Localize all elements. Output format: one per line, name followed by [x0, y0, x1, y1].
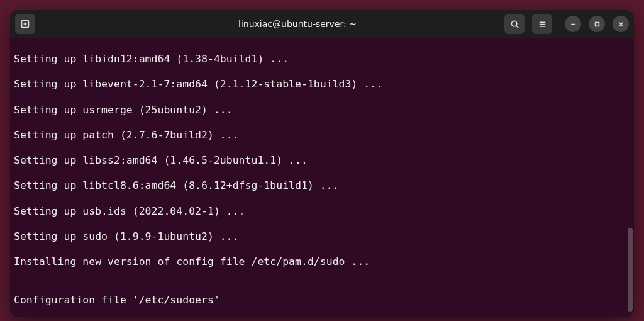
svg-line-4	[516, 25, 518, 27]
window-title: linuxiac@ubuntu-server: ~	[91, 19, 504, 29]
minimize-button[interactable]	[565, 16, 581, 32]
titlebar-left	[15, 14, 91, 34]
scrollbar[interactable]	[627, 38, 633, 317]
new-tab-button[interactable]	[15, 14, 35, 34]
window-controls	[565, 16, 629, 32]
hamburger-icon	[538, 20, 547, 29]
terminal-line: Setting up usrmerge (25ubuntu2) ...	[14, 104, 630, 116]
new-tab-icon	[20, 19, 30, 29]
terminal-line: Setting up sudo (1.9.9-1ubuntu2) ...	[14, 230, 630, 243]
close-button[interactable]	[613, 16, 629, 32]
titlebar: linuxiac@ubuntu-server: ~	[10, 10, 634, 38]
titlebar-right	[504, 14, 629, 34]
search-button[interactable]	[504, 14, 525, 34]
search-icon	[510, 20, 519, 29]
minimize-icon	[570, 21, 577, 28]
close-icon	[618, 21, 625, 28]
terminal-line: Installing new version of config file /e…	[14, 256, 630, 268]
svg-point-3	[511, 21, 516, 26]
maximize-button[interactable]	[589, 16, 605, 32]
terminal-line: Setting up libss2:amd64 (1.46.5-2ubuntu1…	[14, 154, 630, 167]
menu-button[interactable]	[532, 14, 552, 34]
terminal-line: Setting up patch (2.7.6-7build2) ...	[14, 129, 630, 142]
terminal-line: Setting up libtcl8.6:amd64 (8.6.12+dfsg-…	[14, 179, 630, 192]
maximize-icon	[594, 21, 601, 28]
terminal-line: Setting up libevent-2.1-7:amd64 (2.1.12-…	[14, 78, 630, 91]
terminal-line: Setting up libidn12:amd64 (1.38-4build1)…	[14, 53, 630, 65]
terminal-output[interactable]: Setting up libidn12:amd64 (1.38-4build1)…	[10, 38, 634, 317]
scrollbar-thumb[interactable]	[628, 228, 633, 312]
svg-rect-9	[595, 22, 599, 26]
terminal-line: Setting up usb.ids (2022.04.02-1) ...	[14, 205, 630, 218]
terminal-line: Configuration file '/etc/sudoers'	[14, 294, 630, 307]
terminal-window: linuxiac@ubuntu-server: ~	[10, 10, 634, 317]
